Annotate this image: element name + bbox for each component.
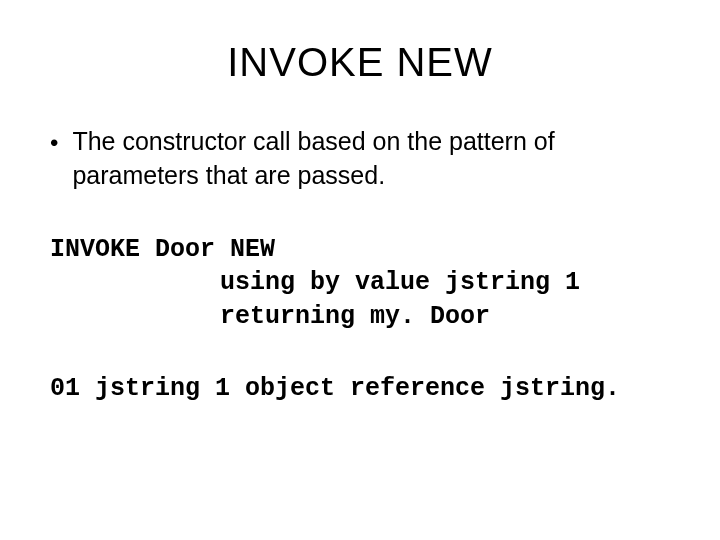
code-line-3: returning my. Door [50, 300, 680, 334]
code-line-2: using by value jstring 1 [50, 266, 680, 300]
code-line-1: INVOKE Door NEW [50, 233, 680, 267]
declaration-line: 01 jstring 1 object reference jstring. [40, 374, 680, 403]
bullet-marker: • [50, 127, 58, 158]
slide-title: INVOKE NEW [40, 40, 680, 85]
code-example: INVOKE Door NEW using by value jstring 1… [40, 233, 680, 334]
bullet-text: The constructor call based on the patter… [72, 125, 680, 193]
bullet-item: • The constructor call based on the patt… [40, 125, 680, 193]
